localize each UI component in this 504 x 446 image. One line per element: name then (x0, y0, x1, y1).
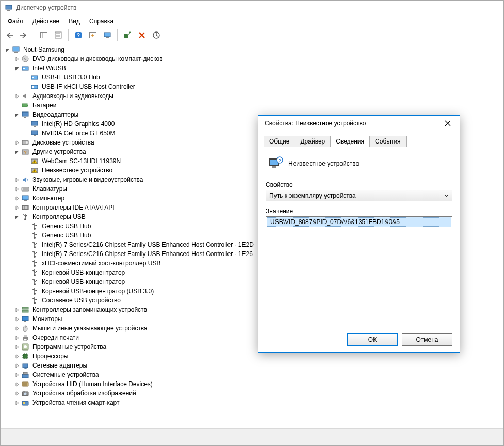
svg-rect-115 (22, 374, 28, 378)
expand-icon[interactable] (13, 176, 21, 184)
collapse-icon[interactable] (13, 64, 21, 72)
tree-node[interactable]: Intel WiUSB (2, 63, 501, 73)
update-driver-button[interactable] (150, 28, 163, 42)
svg-point-76 (34, 274, 36, 276)
menu-action[interactable]: Действие (28, 17, 64, 26)
tree-spacer (22, 157, 30, 165)
tree-node-label: Контроллеры запоминающих устройств (31, 306, 148, 314)
collapse-icon[interactable] (13, 110, 21, 119)
tree-node[interactable]: Сетевые адаптеры (2, 361, 501, 370)
tree-node[interactable]: Устройства чтения смарт-карт (2, 398, 501, 407)
tree-node[interactable]: Nout-Samsung (2, 45, 501, 54)
tree-node-label: Устройства чтения смарт-карт (31, 399, 120, 407)
tab-details[interactable]: Сведения (330, 136, 370, 147)
show-hide-tree-button[interactable] (37, 28, 51, 42)
expand-icon[interactable] (13, 371, 21, 379)
tree-node-label: Составное USB устройство (41, 296, 122, 305)
expand-icon[interactable] (13, 352, 21, 360)
forward-button[interactable] (17, 28, 30, 42)
properties-button[interactable] (52, 28, 65, 42)
help-button[interactable]: ? (72, 28, 85, 42)
uninstall-button[interactable] (135, 28, 149, 42)
svg-rect-116 (23, 372, 27, 374)
svg-rect-30 (34, 126, 36, 127)
expand-icon[interactable] (13, 333, 21, 342)
tree-node[interactable]: Процессоры (2, 352, 501, 361)
chevron-down-icon (444, 194, 449, 197)
expand-icon[interactable] (13, 138, 21, 147)
expand-icon[interactable] (13, 361, 21, 370)
scan-hardware-button[interactable] (121, 28, 134, 42)
tree-spacer (22, 129, 30, 137)
back-button[interactable] (3, 28, 16, 42)
expand-icon[interactable] (13, 315, 21, 323)
value-item[interactable]: USB\VID_8087&PID_07DA\6&1351FBD1&0&5 (267, 217, 451, 227)
expand-icon[interactable] (13, 185, 21, 193)
expand-icon[interactable] (13, 55, 21, 63)
dialog-close-button[interactable] (439, 118, 457, 129)
expand-icon[interactable] (13, 343, 21, 351)
tree-spacer (22, 250, 30, 258)
tree-node[interactable]: Системные устройства (2, 370, 501, 379)
tree-node-label: xHCI-совместимый хост-контроллер USB (41, 259, 161, 267)
tree-spacer (22, 259, 30, 267)
system-icon (21, 371, 29, 379)
expand-icon[interactable] (13, 92, 21, 100)
property-label: Свойство (266, 181, 452, 188)
expand-icon[interactable] (13, 324, 21, 332)
svg-rect-28 (24, 117, 26, 118)
monitor-button[interactable] (101, 28, 114, 42)
svg-point-56 (34, 228, 36, 230)
svg-rect-91 (36, 299, 37, 300)
menu-file[interactable]: Файл (4, 17, 27, 26)
tree-node[interactable]: Устройства HID (Human Interface Devices) (2, 379, 501, 389)
device-large-icon: ? (267, 155, 283, 172)
tree-node[interactable]: DVD-дисководы и дисководы компакт-дисков (2, 54, 501, 63)
expand-icon[interactable] (13, 194, 21, 202)
collapse-icon[interactable] (13, 213, 21, 221)
svg-rect-55 (26, 215, 27, 216)
collapse-icon[interactable] (13, 148, 21, 156)
tree-spacer (22, 73, 30, 82)
menu-help[interactable]: Справка (85, 17, 118, 26)
svg-point-18 (25, 58, 26, 60)
value-listbox[interactable]: USB\VID_8087&PID_07DA\6&1351FBD1&0&5 (266, 216, 452, 327)
svg-text:?: ? (77, 33, 80, 38)
tree-node[interactable]: Устройства обработки изображений (2, 389, 501, 398)
svg-rect-99 (24, 335, 27, 337)
display-icon (21, 110, 29, 119)
tab-driver[interactable]: Драйвер (295, 136, 331, 147)
collapse-icon[interactable] (4, 45, 12, 54)
tree-node[interactable]: Батареи (2, 101, 501, 110)
expand-icon[interactable] (13, 203, 21, 212)
printer-icon (21, 333, 29, 342)
action-button[interactable] (86, 28, 100, 42)
disc-icon (21, 55, 29, 63)
device-icon (21, 64, 29, 72)
tree-node[interactable]: USB-IF USB 3.0 Hub (2, 73, 501, 82)
warn-icon (30, 166, 39, 174)
tree-node-label: Intel WiUSB (31, 64, 67, 72)
tree-node-label: Аудиовходы и аудиовыходы (31, 92, 115, 100)
svg-point-34 (26, 141, 28, 144)
expand-icon[interactable] (13, 389, 21, 397)
tree-node-label: Очереди печати (31, 333, 80, 342)
expand-icon[interactable] (13, 380, 21, 388)
keyboard-icon (21, 185, 29, 193)
expand-icon[interactable] (13, 306, 21, 314)
audio-icon (21, 92, 29, 100)
ok-button[interactable]: ОК (347, 333, 398, 346)
expand-icon[interactable] (13, 399, 21, 407)
menu-view[interactable]: Вид (64, 17, 84, 26)
tab-general[interactable]: Общие (264, 136, 295, 147)
cancel-button[interactable]: Отмена (402, 333, 452, 346)
hid-icon (21, 380, 29, 388)
tab-events[interactable]: События (369, 136, 407, 147)
dialog-title: Свойства: Неизвестное устройство (265, 120, 366, 127)
tree-node[interactable]: USB-IF xHCI USB Host Controller (2, 82, 501, 91)
display-icon (30, 120, 39, 128)
property-dropdown[interactable]: Путь к экземпляру устройства (266, 190, 452, 201)
tree-node-label: Nout-Samsung (22, 45, 66, 54)
svg-rect-11 (104, 33, 110, 37)
tree-node[interactable]: Аудиовходы и аудиовыходы (2, 91, 501, 101)
